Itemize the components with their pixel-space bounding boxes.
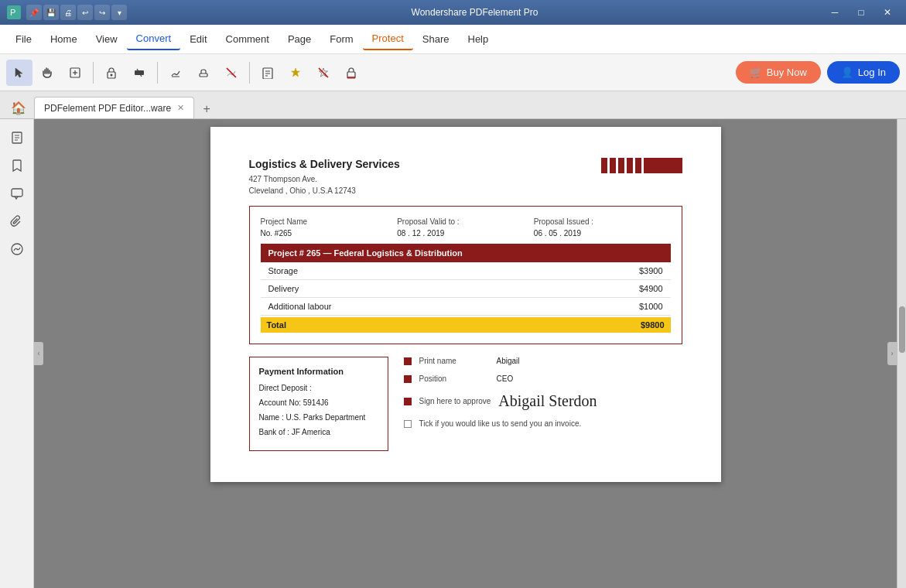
print-icon[interactable]: 🖨 bbox=[60, 5, 76, 20]
svg-line-16 bbox=[319, 68, 328, 77]
doc-properties-button[interactable] bbox=[255, 60, 281, 86]
sidebar-bookmarks-button[interactable] bbox=[5, 153, 29, 178]
tab-bar: 🏠 PDFelement PDF Editor...ware ✕ + bbox=[0, 91, 906, 119]
certificate-button[interactable] bbox=[282, 60, 309, 86]
dropdown-icon[interactable]: ▾ bbox=[111, 5, 127, 20]
position-value: CEO bbox=[497, 374, 682, 383]
total-value: $9800 bbox=[609, 317, 671, 333]
menu-view[interactable]: View bbox=[87, 29, 127, 50]
payment-subtitle: Direct Deposit : bbox=[259, 382, 378, 394]
bar-5 bbox=[635, 158, 641, 173]
vertical-scrollbar[interactable] bbox=[897, 119, 906, 588]
sidebar-pages-button[interactable] bbox=[5, 125, 29, 150]
pdf-area: Logistics & Delivery Services 427 Thomps… bbox=[34, 119, 897, 588]
project-no: No. #265 bbox=[261, 229, 398, 238]
menu-share[interactable]: Share bbox=[413, 29, 459, 50]
bar-4 bbox=[627, 158, 633, 173]
menu-help[interactable]: Help bbox=[459, 29, 498, 50]
clear-sign-button[interactable] bbox=[218, 60, 244, 86]
menu-page[interactable]: Page bbox=[279, 29, 320, 50]
print-name-checkbox bbox=[404, 357, 412, 365]
sep-3 bbox=[249, 62, 250, 84]
toolbar-doc-group bbox=[255, 60, 364, 86]
bar-3 bbox=[618, 158, 624, 173]
title-bar: P 📌 💾 🖨 ↩ ↪ ▾ Wondershare PDFelement Pro… bbox=[0, 0, 906, 25]
menu-file[interactable]: File bbox=[6, 29, 41, 50]
save-icon[interactable]: 💾 bbox=[43, 5, 59, 20]
window-title: Wondershare PDFelement Pro bbox=[127, 7, 822, 18]
right-panel-collapse-button[interactable]: › bbox=[887, 342, 897, 365]
new-tab-button[interactable]: + bbox=[197, 100, 216, 118]
scrollbar-thumb[interactable] bbox=[899, 306, 905, 353]
buy-now-button[interactable]: 🛒 Buy Now bbox=[736, 61, 821, 84]
title-bar-left: P 📌 💾 🖨 ↩ ↪ ▾ bbox=[6, 5, 127, 20]
redact-tool-button[interactable] bbox=[126, 60, 152, 86]
menu-bar: File Home View Convert Edit Comment Page… bbox=[0, 25, 906, 54]
menu-convert[interactable]: Convert bbox=[127, 28, 181, 50]
toolbar-protect-group bbox=[98, 60, 152, 86]
undo-icon[interactable]: ↩ bbox=[77, 5, 93, 20]
hand-tool-button[interactable] bbox=[34, 60, 60, 86]
tab-close-button[interactable]: ✕ bbox=[177, 103, 184, 113]
select-tool-button[interactable] bbox=[6, 60, 32, 86]
payment-title: Payment Information bbox=[259, 367, 378, 376]
close-button[interactable]: ✕ bbox=[875, 5, 900, 20]
issued-date: 06 . 05 . 2019 bbox=[534, 229, 671, 238]
sidebar-comments-button[interactable] bbox=[5, 181, 29, 206]
pdf-tab[interactable]: PDFelement PDF Editor...ware ✕ bbox=[34, 97, 194, 118]
edit-text-button[interactable] bbox=[62, 60, 88, 86]
proposal-header-row: Project Name No. #265 Proposal Valid to … bbox=[261, 217, 671, 238]
menu-home[interactable]: Home bbox=[41, 29, 87, 50]
main-layout: ‹ Logistics & Delivery Services 427 Thom… bbox=[0, 119, 906, 588]
valid-col: Proposal Valid to : 08 . 12 . 2019 bbox=[397, 217, 534, 238]
logo-bars bbox=[601, 158, 682, 173]
sidebar-attachments-button[interactable] bbox=[5, 209, 29, 234]
valid-label: Proposal Valid to : bbox=[397, 217, 534, 226]
signature-section: Print name Abigail Position CEO Sign her… bbox=[404, 357, 682, 451]
sep-2 bbox=[157, 62, 158, 84]
tick-label: Tick if you would like us to send you an… bbox=[419, 419, 582, 428]
permissions-button[interactable] bbox=[338, 60, 364, 86]
menu-protect[interactable]: Protect bbox=[363, 28, 413, 50]
line-item-storage: Storage $3900 bbox=[261, 262, 671, 280]
svg-point-6 bbox=[111, 74, 113, 76]
line-item-delivery: Delivery $4900 bbox=[261, 280, 671, 298]
project-label: Project Name bbox=[261, 217, 398, 226]
menu-comment[interactable]: Comment bbox=[217, 29, 279, 50]
svg-rect-10 bbox=[200, 74, 207, 77]
home-tab-button[interactable]: 🏠 bbox=[6, 97, 31, 118]
total-row: Total $9800 bbox=[261, 317, 671, 333]
position-checkbox bbox=[404, 375, 412, 383]
buy-label: Buy Now bbox=[767, 67, 807, 78]
menu-form[interactable]: Form bbox=[320, 29, 362, 50]
bar-2 bbox=[610, 158, 616, 173]
sign-row: Sign here to approve Abigail Sterdon bbox=[404, 392, 682, 410]
sep-1 bbox=[93, 62, 94, 84]
login-label: Log In bbox=[858, 67, 886, 78]
payment-name: Name : U.S. Parks Department bbox=[259, 412, 378, 423]
project-col: Project Name No. #265 bbox=[261, 217, 398, 238]
pin-icon[interactable]: 📌 bbox=[26, 5, 42, 20]
bar-1 bbox=[601, 158, 607, 173]
login-button[interactable]: 👤 Log In bbox=[827, 61, 900, 84]
sidebar-collapse-button[interactable]: ‹ bbox=[34, 342, 43, 365]
payment-account: Account No: 5914J6 bbox=[259, 397, 378, 409]
payment-box: Payment Information Direct Deposit : Acc… bbox=[249, 357, 388, 451]
issued-label: Proposal Issued : bbox=[534, 217, 671, 226]
menu-edit[interactable]: Edit bbox=[180, 29, 216, 50]
issued-col: Proposal Issued : 06 . 05 . 2019 bbox=[534, 217, 671, 238]
left-sidebar bbox=[0, 119, 34, 588]
erase-cert-button[interactable] bbox=[310, 60, 337, 86]
toolbar-sign-group bbox=[162, 60, 244, 86]
sidebar-signatures-button[interactable] bbox=[5, 237, 29, 262]
pdf-page: Logistics & Delivery Services 427 Thomps… bbox=[210, 127, 721, 482]
doc-header: Logistics & Delivery Services 427 Thomps… bbox=[249, 158, 682, 197]
redo-icon[interactable]: ↪ bbox=[94, 5, 110, 20]
maximize-button[interactable]: □ bbox=[849, 5, 874, 20]
sign-tool-button[interactable] bbox=[162, 60, 189, 86]
password-tool-button[interactable] bbox=[98, 60, 125, 86]
stamp-tool-button[interactable] bbox=[190, 60, 217, 86]
toolbar-select-group bbox=[6, 60, 88, 86]
line-item-labour: Additional labour $1000 bbox=[261, 298, 671, 316]
minimize-button[interactable]: ─ bbox=[822, 5, 847, 20]
